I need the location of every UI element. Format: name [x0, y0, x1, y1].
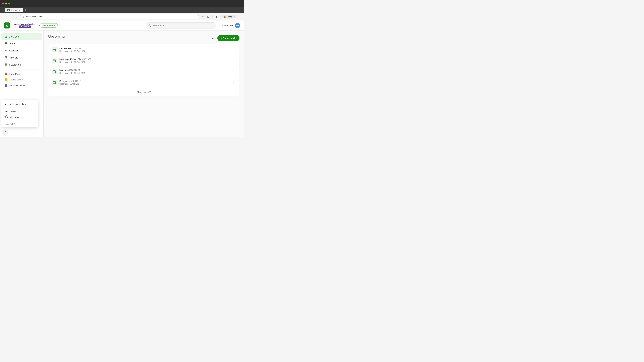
create-slido-btn[interactable]: + Create slido	[217, 35, 240, 41]
sidebar-label-google-slides: Google Slides	[9, 78, 23, 81]
event-calendar-icon	[52, 80, 57, 85]
event-item[interactable]: Moodoy #37867021 Upcoming: 10 – 13 Oct 2…	[48, 66, 240, 77]
event-subtitle: Upcoming: 10 – 13 Oct 2024	[59, 72, 228, 74]
event-calendar-icon	[52, 47, 57, 52]
event-more-btn[interactable]: ⋮	[230, 58, 236, 63]
event-subtitle: Upcoming: 10 – 16 Oct 2024	[59, 61, 228, 63]
svg-rect-7	[5, 64, 6, 65]
org-role: Owner	[13, 26, 18, 28]
sidebar-item-team[interactable]: Team	[1, 40, 42, 47]
sidebar-item-integrations[interactable]: Integrations	[1, 61, 42, 68]
event-title: Designers #8664816	[59, 80, 228, 82]
search-input[interactable]	[152, 24, 214, 27]
event-calendar-icon	[52, 69, 57, 74]
sidebar-item-my-slidos[interactable]: ⊞ My Slidos	[1, 33, 42, 40]
event-title: Moodoy #37867021	[59, 69, 228, 71]
svg-rect-24	[53, 81, 56, 84]
switch-icon: ↺	[5, 103, 6, 105]
whats-new-btn[interactable]: What's new	[222, 24, 233, 27]
event-info: Developers #1480327 Upcoming: 10 – 13 Oc…	[59, 47, 228, 52]
help-btn[interactable]: ?	[3, 129, 8, 135]
event-id: #8664816	[70, 80, 81, 82]
event-subtitle: Upcoming: 10 – 13 Oct 2024	[59, 50, 228, 52]
extensions-btn[interactable]: ⊡	[206, 14, 211, 19]
svg-rect-16	[53, 60, 56, 62]
sidebar-label-tutorials: Tutorials	[9, 56, 18, 59]
divider2	[220, 15, 221, 18]
sidebar: ⊞ My Slidos Team Analytics	[0, 30, 44, 137]
browser-window-controls	[0, 0, 244, 7]
upgrade-btn[interactable]: UPGRADE	[19, 25, 31, 28]
event-more-btn[interactable]: ⋮	[230, 47, 236, 52]
event-id: #1480327	[72, 47, 82, 50]
search-bar[interactable]: 🔍	[146, 22, 216, 28]
sidebar-divider	[3, 69, 41, 70]
svg-rect-12	[53, 49, 56, 51]
filter-icon	[211, 36, 214, 39]
tutorials-icon	[5, 56, 8, 59]
app-container: s Lauren's organization Owner UPGRADE Ne…	[0, 20, 244, 137]
app-body: ⊞ My Slidos Team Analytics	[0, 30, 244, 137]
page-title: Upcoming	[48, 34, 65, 38]
event-more-btn[interactable]: ⋮	[230, 80, 236, 85]
window-minimize-btn[interactable]	[5, 2, 7, 4]
logo-svg: s	[4, 22, 10, 28]
event-title: Developers #1480327	[59, 47, 228, 50]
address-bar[interactable]: 🔒 admin.sli.do/events	[20, 14, 199, 19]
menu-btn[interactable]: ⋮	[238, 14, 242, 19]
main-content: Upcoming + Create slido	[44, 30, 244, 137]
tab-title: Events	[11, 9, 17, 11]
browser-tab-events[interactable]: S Events ✕	[5, 8, 23, 12]
nav-bar: ← → ↻ 🔒 admin.sli.do/events ☆ ⊡ ⬇ 🕵 Inco…	[0, 13, 244, 20]
new-interface-btn[interactable]: New interface	[40, 23, 58, 27]
nav-actions: ☆ ⊡ ⬇ 🕵 Incognito ⋮	[200, 14, 242, 19]
tab-favicon: S	[8, 9, 10, 11]
tab-close-btn[interactable]: ✕	[18, 9, 21, 11]
reload-btn[interactable]: ↻	[14, 14, 19, 19]
sidebar-label-analytics: Analytics	[9, 49, 18, 52]
org-role-row: Owner UPGRADE	[13, 25, 36, 28]
sidebar-label-my-slidos: My Slidos	[8, 35, 19, 38]
search-icon: 🔍	[148, 24, 151, 27]
sidebar-label-ms-teams: Microsoft Teams	[9, 84, 25, 87]
event-calendar-icon	[52, 58, 57, 63]
sidebar-label-powerpoint: PowerPoint	[9, 73, 20, 75]
window-close-btn[interactable]	[2, 2, 4, 4]
event-info: Moodoy #37867021 Upcoming: 10 – 13 Oct 2…	[59, 69, 228, 74]
event-info: Meeting - 10/10/2024 #3333392 Upcoming: …	[59, 58, 228, 63]
sidebar-item-powerpoint[interactable]: P PowerPoint	[1, 71, 42, 77]
sidebar-item-analytics[interactable]: Analytics	[1, 47, 42, 54]
help-center-label: Help Center	[5, 110, 16, 113]
help-popup-item-help-center[interactable]: Help Center	[1, 108, 38, 114]
help-popup: ↺ Switch to old Slido Help Center Tutori…	[1, 100, 38, 127]
help-popup-item-tutorial-videos[interactable]: Tutorial videos	[1, 114, 38, 120]
new-tab-btn[interactable]: +	[24, 8, 28, 12]
tab-history-btn[interactable]: ▼	[1, 8, 5, 12]
event-item[interactable]: Designers #8664816 Upcoming: 11 Oct 2024…	[48, 77, 240, 88]
download-btn[interactable]: ⬇	[214, 14, 219, 19]
window-maximize-btn[interactable]	[8, 2, 10, 4]
lock-icon: 🔒	[22, 15, 25, 18]
bookmark-btn[interactable]: ☆	[200, 14, 205, 19]
event-info: Designers #8664816 Upcoming: 11 Oct 2024	[59, 80, 228, 85]
slido-logo[interactable]: s	[4, 22, 10, 28]
sidebar-item-tutorials[interactable]: Tutorials	[1, 54, 42, 61]
url-text: admin.sli.do/events	[26, 15, 197, 18]
event-more-btn[interactable]: ⋮	[230, 69, 236, 74]
show-more-btn[interactable]: Show more (1)	[48, 88, 240, 96]
event-id: #37867021	[68, 69, 80, 71]
incognito-icon: 🕵	[224, 15, 226, 18]
back-btn[interactable]: ←	[2, 14, 7, 19]
svg-point-3	[5, 56, 7, 58]
event-item[interactable]: Meeting - 10/10/2024 #3333392 Upcoming: …	[48, 55, 240, 66]
integrations-icon	[5, 63, 8, 66]
team-icon	[5, 42, 8, 45]
help-popup-item-switch[interactable]: ↺ Switch to old Slido	[1, 101, 38, 107]
event-item[interactable]: Developers #1480327 Upcoming: 10 – 13 Oc…	[48, 44, 240, 55]
forward-btn[interactable]: →	[8, 14, 13, 19]
sidebar-item-ms-teams[interactable]: T Microsoft Teams	[1, 83, 42, 88]
avatar[interactable]: LD	[235, 23, 240, 28]
filter-btn[interactable]	[210, 35, 215, 41]
switch-label: Switch to old Slido	[8, 103, 26, 105]
sidebar-item-google-slides[interactable]: G Google Slides	[1, 77, 42, 82]
